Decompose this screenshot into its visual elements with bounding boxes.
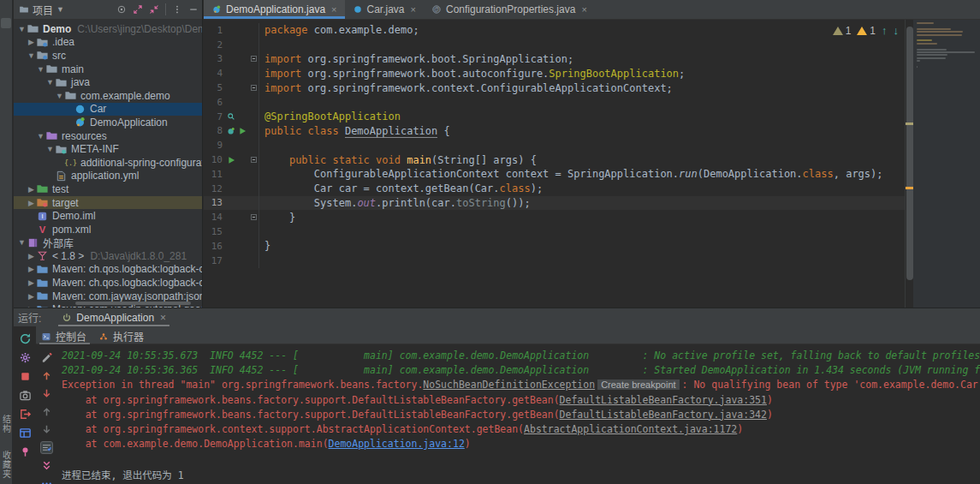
editor-scrollbar[interactable]: [905, 20, 913, 308]
navigate-down-icon[interactable]: ↓: [894, 24, 900, 37]
up-gray-icon[interactable]: [40, 405, 53, 418]
code-line-15[interactable]: 15: [204, 224, 905, 239]
console-output[interactable]: 2021-09-24 10:55:35.673 INFO 4452 --- [ …: [56, 344, 980, 484]
console-tab-actuator[interactable]: 执行器: [93, 326, 151, 344]
tree-item-car[interactable]: Car: [14, 103, 202, 117]
fold-marker-icon[interactable]: [251, 157, 257, 163]
tree-item-target[interactable]: ▶target: [14, 196, 202, 210]
hide-icon[interactable]: [188, 4, 199, 15]
fold-gutter[interactable]: [248, 210, 259, 224]
code-line-12[interactable]: 12 Car car = context.getBean(Car.class);: [204, 182, 905, 196]
code-line-8[interactable]: 8public class DemoApplication {: [204, 124, 905, 139]
layout-icon[interactable]: [19, 427, 32, 439]
tree-item-demo-iml[interactable]: IDemo.iml: [14, 209, 202, 223]
camera-icon[interactable]: [19, 389, 32, 402]
code-line-4[interactable]: 4import org.springframework.boot.autocon…: [204, 66, 905, 81]
chevron-down-icon[interactable]: ▼: [56, 5, 64, 14]
down-gray-icon[interactable]: [40, 423, 53, 436]
tree-chevron-right-icon[interactable]: ▶: [27, 252, 36, 260]
more-icon[interactable]: [172, 4, 182, 15]
create-breakpoint-hint[interactable]: Create breakpoint: [597, 379, 679, 390]
run-config-tab[interactable]: DemoApplication ×: [58, 308, 169, 326]
code-line-5[interactable]: 5import org.springframework.context.Conf…: [204, 81, 905, 95]
navigate-up-icon[interactable]: ↑: [882, 24, 888, 37]
editor-scrollbar-thumb[interactable]: [906, 27, 913, 280]
stacktrace-link[interactable]: DefaultListableBeanFactory.java:351: [560, 394, 767, 406]
warning-badge[interactable]: 1: [857, 25, 876, 37]
tree-item-demo[interactable]: ▼DemoC:\Users\jingz\Desktop\Demo: [14, 22, 202, 36]
tree-chevron-down-icon[interactable]: ▼: [17, 238, 27, 247]
close-icon[interactable]: ×: [411, 4, 416, 15]
down-red-icon[interactable]: [40, 387, 53, 400]
tree-chevron-right-icon[interactable]: ▶: [27, 199, 36, 207]
editor-tab-car-java[interactable]: Car.java×: [345, 0, 424, 19]
tree-item-application-yml[interactable]: application.yml: [14, 170, 202, 183]
tree-chevron-down-icon[interactable]: ▼: [27, 51, 36, 60]
editor-tab-demoapplication-java[interactable]: DemoApplication.java×: [204, 0, 345, 19]
fold-gutter[interactable]: [248, 52, 259, 67]
tree-item-meta-inf[interactable]: ▼META-INF: [14, 142, 202, 156]
tree-chevron-down-icon[interactable]: ▼: [45, 145, 55, 153]
code-line-3[interactable]: 3import org.springframework.boot.SpringA…: [204, 52, 905, 67]
tree-item-main[interactable]: ▼main: [14, 63, 202, 76]
tree-chevron-down-icon[interactable]: ▼: [45, 78, 55, 87]
close-icon[interactable]: ×: [160, 312, 166, 324]
fold-marker-icon[interactable]: [251, 56, 257, 62]
scrollend-icon[interactable]: [40, 459, 53, 472]
pin-icon[interactable]: [19, 445, 32, 458]
softwrap-icon[interactable]: [40, 441, 53, 454]
tree-chevron-down-icon[interactable]: ▼: [17, 25, 27, 33]
run-button-icon[interactable]: [226, 155, 236, 165]
tree-horizontal-scrollbar[interactable]: [75, 302, 191, 305]
code-area[interactable]: 1package com.example.demo;23import org.s…: [204, 20, 980, 308]
code-line-7[interactable]: 7@SpringBootApplication: [204, 110, 905, 124]
fold-marker-icon[interactable]: [251, 85, 257, 91]
search-icon[interactable]: [226, 111, 236, 122]
tree-item-src[interactable]: ▼src: [14, 49, 202, 63]
tree-chevron-right-icon[interactable]: ▶: [27, 38, 36, 46]
code-line-11[interactable]: 11 ConfigurableApplicationContext contex…: [204, 167, 905, 182]
tree-item-idea[interactable]: ▶.idea: [14, 36, 202, 50]
tree-item-demoapplication[interactable]: DemoApplication: [14, 116, 202, 129]
tree-chevron-right-icon[interactable]: ▶: [27, 185, 36, 194]
tree-chevron-right-icon[interactable]: ▶: [27, 278, 36, 287]
more-dots-icon[interactable]: [40, 477, 53, 484]
code-line-6[interactable]: 6: [204, 95, 905, 110]
code-line-17[interactable]: 17: [204, 254, 905, 268]
project-panel-title[interactable]: 项目: [33, 3, 53, 17]
code-line-9[interactable]: 9: [204, 138, 905, 152]
code-line-13[interactable]: 13 System.out.println(car.toString());: [204, 196, 905, 211]
run-button-icon[interactable]: [237, 126, 247, 136]
close-icon[interactable]: ×: [581, 4, 586, 15]
code-line-1[interactable]: 1package com.example.demo;: [204, 23, 905, 38]
tree-item-resources[interactable]: ▼resources: [14, 129, 202, 143]
settings-icon[interactable]: [19, 351, 32, 364]
tree-item-additional-spring-configuration-m[interactable]: {.}additional-spring-configuration-m: [14, 156, 202, 170]
close-icon[interactable]: ×: [331, 4, 336, 15]
fold-gutter[interactable]: [248, 81, 259, 95]
tree-item-com-example-demo[interactable]: ▼com.example.demo: [14, 89, 202, 103]
stacktrace-link[interactable]: DefaultListableBeanFactory.java:342: [560, 409, 767, 421]
tree-item-maven-ch-qos-logback-logback-core-1-2[interactable]: ▶Maven: ch.qos.logback:logback-core:1.2: [14, 276, 202, 290]
tree-item-[interactable]: ▼外部库: [14, 236, 202, 250]
tree-chevron-down-icon[interactable]: ▼: [36, 132, 45, 140]
up-red-icon[interactable]: [40, 369, 53, 382]
bean-icon[interactable]: [226, 126, 236, 136]
code-line-10[interactable]: 10 public static void main(String[] args…: [204, 152, 905, 167]
rerun-icon[interactable]: [19, 332, 32, 345]
clear-icon[interactable]: [40, 351, 53, 364]
tree-item-java[interactable]: ▼java: [14, 75, 202, 89]
locate-icon[interactable]: [116, 4, 127, 15]
collapse-all-icon[interactable]: [149, 4, 159, 15]
stripe-menu[interactable]: [1, 3, 11, 13]
fold-gutter[interactable]: [248, 152, 259, 167]
stacktrace-link[interactable]: NoSuchBeanDefinitionException: [423, 379, 595, 391]
console-tab-console[interactable]: 控制台: [36, 326, 93, 344]
stacktrace-link[interactable]: DemoApplication.java:12: [329, 438, 465, 450]
code-line-14[interactable]: 14 }: [204, 210, 905, 224]
tree-item-1-8[interactable]: ▶< 1.8 >D:\Java\jdk1.8.0_281: [14, 249, 202, 263]
weak-warning-badge[interactable]: 1: [833, 25, 852, 37]
stripe-toolwindow-button[interactable]: 收藏夹: [0, 439, 13, 479]
tree-chevron-right-icon[interactable]: ▶: [27, 292, 36, 301]
tree-chevron-down-icon[interactable]: ▼: [55, 92, 64, 100]
